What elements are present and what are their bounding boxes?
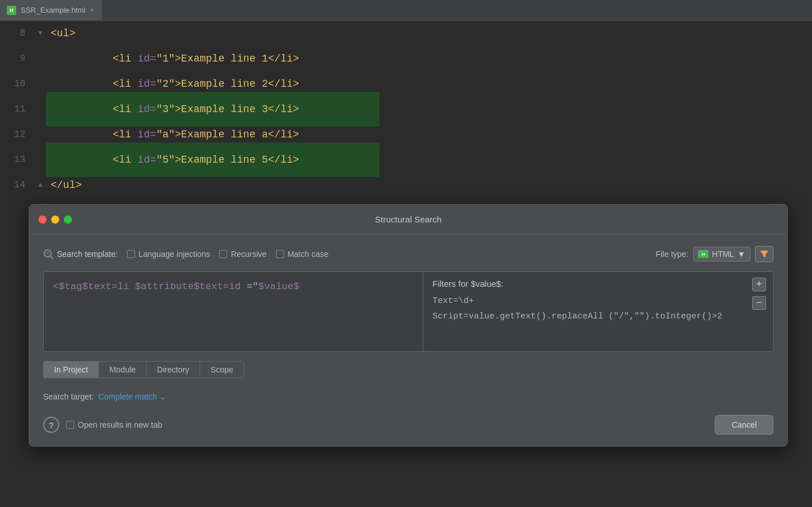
match-case-checkbox[interactable]: [276, 250, 284, 258]
filter-text-1: Text=\d+: [432, 296, 474, 306]
search-template-label-group: Search template:: [43, 249, 118, 259]
chevron-down-icon: ⌄: [159, 392, 166, 401]
open-results-checkbox-label[interactable]: Open results in new tab: [66, 420, 162, 429]
template-text-id: text=id: [200, 281, 247, 292]
filter-button[interactable]: [755, 246, 773, 262]
filter-line-2: Script=value.getText().replaceAll ("/","…: [432, 309, 764, 324]
language-injections-label: Language injections: [139, 249, 210, 259]
line-number: 13: [0, 155, 35, 165]
scope-directory-button[interactable]: Directory: [146, 361, 200, 378]
tab-close-icon[interactable]: ×: [90, 6, 94, 14]
minimize-window-button[interactable]: [51, 216, 59, 224]
filter-line-1: Text=\d+: [432, 293, 764, 309]
search-target-label: Search target:: [43, 392, 94, 401]
code-line-13: 13 <li id="5">Example line 5</li>: [0, 147, 812, 172]
filters-panel: Filters for $value$: Text=\d+ Script=val…: [423, 272, 773, 351]
remove-filter-button[interactable]: −: [752, 296, 766, 310]
fold-arrow-close[interactable]: ▲: [35, 181, 46, 189]
match-case-checkbox-label[interactable]: Match case: [276, 249, 329, 259]
template-input[interactable]: <$tag$text=li $attribute$text=id ="$valu…: [44, 272, 423, 351]
file-type-dropdown[interactable]: H HTML ▼: [693, 247, 750, 262]
code-content-highlighted: <li id="5">Example line 5</li>: [46, 143, 380, 177]
search-options-row: Search template: Language injections Rec…: [43, 246, 773, 262]
filters-title: Filters for $value$:: [432, 279, 764, 289]
language-injections-checkbox[interactable]: [127, 250, 135, 258]
template-eq: =": [247, 281, 258, 292]
line-number: 12: [0, 129, 35, 140]
dialog-title: Structural Search: [375, 214, 442, 224]
bottom-row: ? Open results in new tab Cancel: [43, 415, 773, 435]
line-number: 8: [0, 28, 35, 39]
line-number: 10: [0, 79, 35, 89]
open-results-label: Open results in new tab: [78, 420, 162, 429]
recursive-checkbox[interactable]: [219, 250, 227, 258]
tab-bar: H SSR_Example.html ×: [0, 0, 812, 21]
filter-text-2: Script=value.getText().replaceAll ("/","…: [432, 312, 722, 321]
tab-item[interactable]: H SSR_Example.html ×: [0, 0, 102, 20]
template-area: <$tag$text=li $attribute$text=id ="$valu…: [43, 271, 773, 352]
chevron-down-icon: ▼: [737, 249, 745, 259]
fold-arrow[interactable]: ▼: [35, 29, 46, 37]
add-filter-button[interactable]: +: [752, 278, 766, 291]
editor-area: 8 ▼ <ul> 9 <li id="1">Example line 1</li…: [0, 21, 812, 228]
scope-in-project-button[interactable]: In Project: [43, 361, 98, 378]
svg-line-1: [51, 256, 53, 259]
structural-search-dialog: Structural Search Search template: Langu…: [29, 204, 788, 447]
svg-point-0: [44, 250, 51, 257]
template-text-li: text=li: [88, 281, 135, 292]
code-content: <ul>: [46, 28, 75, 39]
open-results-checkbox[interactable]: [66, 421, 74, 429]
file-type-section: File type: H HTML ▼: [656, 246, 773, 262]
recursive-label: Recursive: [231, 249, 266, 259]
template-tag-open: <: [53, 281, 59, 292]
line-number: 11: [0, 104, 35, 114]
template-attr-var: $attribute$: [135, 281, 200, 292]
search-target-row: Search target: Complete match ⌄: [43, 392, 773, 401]
tab-label: SSR_Example.html: [21, 6, 86, 14]
dialog-body: Search template: Language injections Rec…: [29, 235, 787, 446]
funnel-icon: [760, 249, 769, 259]
recursive-checkbox-label[interactable]: Recursive: [219, 249, 266, 259]
scope-scope-button[interactable]: Scope: [200, 361, 244, 378]
scope-row: In Project Module Directory Scope: [43, 361, 773, 378]
close-window-button[interactable]: [39, 216, 47, 224]
code-content: </ul>: [46, 179, 82, 191]
window-buttons: [39, 216, 72, 224]
template-value-var: $value$: [258, 281, 299, 292]
html-file-icon: H: [7, 6, 16, 15]
cancel-button[interactable]: Cancel: [715, 415, 773, 435]
line-number: 9: [0, 53, 35, 64]
file-type-label: File type:: [656, 249, 688, 259]
template-tag-var: $tag$: [59, 281, 88, 292]
search-icon: [43, 249, 53, 259]
match-case-label: Match case: [288, 249, 329, 259]
line-number: 14: [0, 180, 35, 190]
scope-module-button[interactable]: Module: [98, 361, 146, 378]
html-file-type-icon: H: [698, 250, 708, 258]
file-type-value: HTML: [712, 249, 734, 259]
language-injections-checkbox-label[interactable]: Language injections: [127, 249, 210, 259]
search-template-label: Search template:: [57, 249, 118, 259]
maximize-window-button[interactable]: [64, 216, 72, 224]
help-button[interactable]: ?: [43, 417, 59, 433]
action-buttons: Cancel: [715, 415, 773, 435]
complete-match-label: Complete match: [98, 392, 157, 401]
dialog-title-bar: Structural Search: [29, 205, 787, 235]
bottom-left: ? Open results in new tab: [43, 417, 162, 433]
complete-match-dropdown[interactable]: Complete match ⌄: [98, 392, 166, 401]
